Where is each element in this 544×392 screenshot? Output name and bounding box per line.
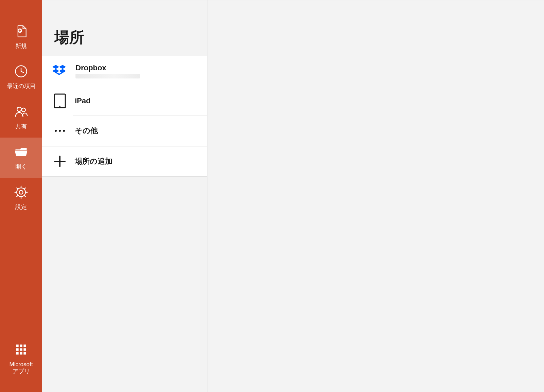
svg-point-4 [19, 190, 23, 194]
svg-rect-10 [20, 349, 22, 351]
svg-rect-9 [16, 349, 18, 351]
place-other[interactable]: その他 [42, 116, 207, 146]
svg-point-17 [55, 130, 57, 132]
nav-open[interactable]: 開く [0, 138, 42, 178]
plus-icon [53, 153, 67, 170]
gear-icon [13, 184, 29, 200]
svg-rect-8 [23, 345, 26, 347]
sidebar: 新規 最近の項目 共有 開く [0, 0, 42, 392]
nav-share[interactable]: 共有 [0, 97, 42, 138]
svg-rect-6 [16, 345, 18, 347]
nav-label: 共有 [15, 123, 27, 130]
svg-rect-13 [20, 352, 22, 355]
people-icon [13, 104, 29, 120]
dropbox-icon [51, 63, 67, 79]
places-header: 場所 [42, 0, 207, 56]
places-list: Dropbox iPad [42, 56, 207, 146]
nav-new[interactable]: 新規 [0, 17, 42, 57]
detail-panel [207, 0, 544, 392]
place-subtitle-redacted [75, 74, 140, 78]
nav-settings[interactable]: 設定 [0, 178, 42, 218]
place-label: その他 [75, 126, 98, 136]
svg-rect-15 [54, 94, 65, 108]
nav-label: 最近の項目 [7, 83, 36, 90]
new-file-icon [13, 23, 29, 39]
add-place-group: 場所の追加 [42, 146, 207, 177]
svg-rect-11 [23, 349, 26, 351]
clock-icon [13, 63, 29, 79]
svg-rect-7 [20, 345, 22, 347]
places-panel: 場所 Dropbox [42, 0, 207, 392]
place-dropbox[interactable]: Dropbox [42, 56, 207, 86]
svg-point-5 [17, 188, 26, 197]
places-title: 場所 [54, 28, 207, 48]
place-label: iPad [75, 96, 90, 105]
nav-label: 新規 [15, 43, 27, 50]
nav-label: Microsoft アプリ [10, 361, 33, 375]
svg-point-18 [59, 130, 61, 132]
add-place-label: 場所の追加 [75, 156, 113, 166]
nav-label: 設定 [15, 204, 27, 211]
svg-rect-14 [23, 352, 26, 355]
nav-microsoft-apps[interactable]: Microsoft アプリ [0, 335, 42, 382]
place-label: Dropbox [75, 64, 140, 72]
svg-point-19 [63, 130, 65, 132]
apps-grid-icon [13, 341, 29, 358]
ipad-icon [53, 93, 67, 109]
svg-point-3 [22, 108, 26, 112]
nav-recent[interactable]: 最近の項目 [0, 57, 42, 97]
add-place-row[interactable]: 場所の追加 [42, 146, 207, 177]
nav-label: 開く [15, 163, 27, 170]
svg-point-16 [59, 106, 61, 107]
more-dots-icon [53, 123, 67, 139]
place-ipad[interactable]: iPad [42, 86, 207, 115]
folder-open-icon [13, 144, 29, 160]
svg-point-2 [17, 107, 21, 111]
svg-rect-12 [16, 352, 18, 355]
